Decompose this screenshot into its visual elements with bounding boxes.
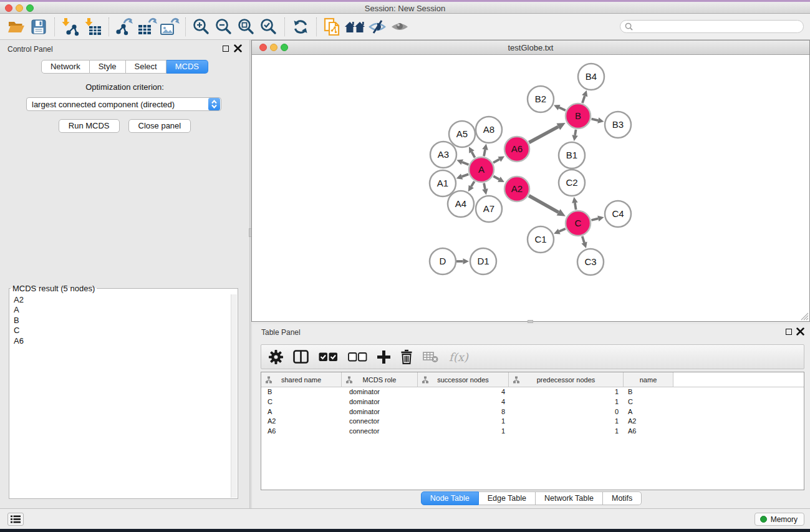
- table-cell[interactable]: 1: [509, 387, 624, 397]
- graph-node-A7[interactable]: A7: [476, 196, 502, 222]
- tab-node-table[interactable]: Node Table: [421, 491, 479, 505]
- close-table-panel-icon[interactable]: [796, 327, 804, 336]
- mcds-result-item[interactable]: A: [10, 305, 230, 315]
- table-cell[interactable]: A2: [261, 417, 342, 427]
- close-panel-button[interactable]: Close panel: [128, 119, 191, 133]
- graph-edge-A2-C[interactable]: [529, 196, 566, 216]
- column-header-shared-name[interactable]: shared name: [261, 372, 342, 387]
- float-table-panel-icon[interactable]: [786, 329, 792, 335]
- table-row[interactable]: Cdominator41C: [261, 397, 804, 407]
- horizontal-split-grip[interactable]: [528, 320, 533, 323]
- table-cell[interactable]: 1: [509, 427, 624, 437]
- column-header-name[interactable]: name: [624, 372, 673, 387]
- graph-node-A[interactable]: A: [469, 157, 494, 182]
- graph-node-C2[interactable]: C2: [559, 170, 585, 196]
- network-graph[interactable]: B4B2BB3A8A5A6A3B1AA1C2A2A4A7C4CC1C3DD1: [252, 55, 809, 321]
- column-header-predecessor-nodes[interactable]: predecessor nodes: [509, 372, 624, 387]
- graph-edge-B-B3[interactable]: [591, 117, 604, 123]
- zoom-out-button[interactable]: [213, 16, 235, 38]
- import-network-button[interactable]: [59, 16, 82, 38]
- graph-node-B2[interactable]: B2: [528, 86, 554, 112]
- settings-gear-icon[interactable]: [269, 350, 283, 364]
- tab-network-table[interactable]: Network Table: [536, 491, 603, 505]
- graph-edge-A-A6[interactable]: [493, 157, 504, 163]
- column-header-successor-nodes[interactable]: successor nodes: [418, 372, 509, 387]
- search-input[interactable]: [635, 22, 803, 31]
- export-network-button[interactable]: [113, 16, 136, 38]
- memory-button[interactable]: Memory: [755, 513, 804, 526]
- graph-node-B[interactable]: B: [566, 104, 591, 128]
- graph-node-A1[interactable]: A1: [430, 170, 456, 196]
- delete-table-icon[interactable]: [423, 351, 439, 363]
- table-cell[interactable]: 1: [509, 397, 624, 407]
- table-cell[interactable]: A6: [261, 427, 342, 437]
- search-field[interactable]: [620, 20, 804, 33]
- graph-edge-A-A7[interactable]: [482, 183, 488, 195]
- graph-edge-A-A5[interactable]: [469, 147, 475, 157]
- table-cell[interactable]: B: [624, 387, 673, 397]
- table-cell[interactable]: 1: [509, 417, 624, 427]
- save-session-button[interactable]: [27, 16, 50, 38]
- graph-edge-B-B1[interactable]: [572, 130, 577, 142]
- network-window-title-bar[interactable]: testGlobe.txt: [252, 41, 809, 55]
- table-cell[interactable]: A2: [624, 417, 673, 427]
- graph-node-C3[interactable]: C3: [577, 249, 604, 275]
- mcds-result-item[interactable]: A6: [10, 336, 230, 346]
- graph-node-A5[interactable]: A5: [449, 121, 475, 147]
- graph-edge-B-B2[interactable]: [554, 105, 566, 110]
- graph-node-D1[interactable]: D1: [470, 248, 496, 274]
- graph-node-A3[interactable]: A3: [430, 142, 456, 168]
- graph-edge-C-C4[interactable]: [591, 216, 604, 221]
- tab-mcds[interactable]: MCDS: [166, 60, 208, 74]
- graph-node-A4[interactable]: A4: [448, 191, 474, 217]
- graph-node-C[interactable]: C: [566, 211, 591, 236]
- graph-edge-D-D1[interactable]: [456, 258, 469, 264]
- table-cell[interactable]: dominator: [342, 387, 418, 397]
- graph-edge-A-A3[interactable]: [456, 159, 468, 165]
- tab-edge-table[interactable]: Edge Table: [479, 491, 536, 505]
- graph-node-C1[interactable]: C1: [528, 226, 554, 253]
- graph-edge-C-C2[interactable]: [572, 197, 577, 210]
- graph-edge-A-A8[interactable]: [482, 144, 488, 157]
- delete-column-icon[interactable]: [400, 349, 413, 364]
- table-row[interactable]: Adominator80A: [261, 407, 804, 417]
- graph-node-B3[interactable]: B3: [605, 112, 631, 138]
- close-panel-icon[interactable]: [234, 44, 242, 52]
- task-history-button[interactable]: [7, 513, 24, 526]
- table-cell[interactable]: 1: [418, 417, 509, 427]
- show-all-button[interactable]: [388, 16, 411, 38]
- graph-edge-A6-B[interactable]: [529, 123, 565, 143]
- add-column-icon[interactable]: [377, 351, 390, 364]
- run-mcds-button[interactable]: Run MCDS: [59, 119, 120, 133]
- table-cell[interactable]: C: [624, 397, 673, 407]
- table-cell[interactable]: dominator: [342, 397, 418, 407]
- table-cell[interactable]: 1: [418, 427, 509, 437]
- graph-node-A2[interactable]: A2: [504, 177, 529, 201]
- mcds-result-list[interactable]: A2ABCA6: [10, 295, 230, 498]
- graph-edge-C-C1[interactable]: [554, 229, 566, 235]
- mcds-list-scrollbar[interactable]: [231, 294, 237, 498]
- table-cell[interactable]: 8: [418, 407, 509, 417]
- column-header-mcds-role[interactable]: MCDS role: [342, 372, 418, 387]
- graph-node-D[interactable]: D: [430, 248, 456, 274]
- export-table-button[interactable]: [136, 16, 158, 38]
- refresh-view-button[interactable]: [289, 16, 312, 38]
- zoom-in-button[interactable]: [190, 16, 213, 38]
- graph-edge-B-B4[interactable]: [582, 90, 587, 103]
- table-cell[interactable]: 4: [418, 397, 509, 407]
- tab-select[interactable]: Select: [126, 60, 166, 74]
- table-cell[interactable]: A: [261, 407, 342, 417]
- table-cell[interactable]: 0: [509, 407, 624, 417]
- hide-selected-button[interactable]: [366, 16, 388, 38]
- float-panel-icon[interactable]: [223, 46, 229, 52]
- table-cell[interactable]: 4: [418, 387, 509, 397]
- open-file-button[interactable]: [5, 16, 27, 38]
- table-cell[interactable]: A6: [624, 427, 673, 437]
- table-cell[interactable]: B: [261, 387, 342, 397]
- select-all-checkboxes-icon[interactable]: [319, 352, 338, 362]
- mcds-result-item[interactable]: A2: [10, 295, 230, 305]
- graph-edge-A-A1[interactable]: [456, 174, 469, 180]
- table-row[interactable]: A6connector11A6: [261, 427, 804, 437]
- criterion-select[interactable]: largest connected component (directed): [26, 97, 221, 111]
- table-cell[interactable]: connector: [342, 427, 418, 437]
